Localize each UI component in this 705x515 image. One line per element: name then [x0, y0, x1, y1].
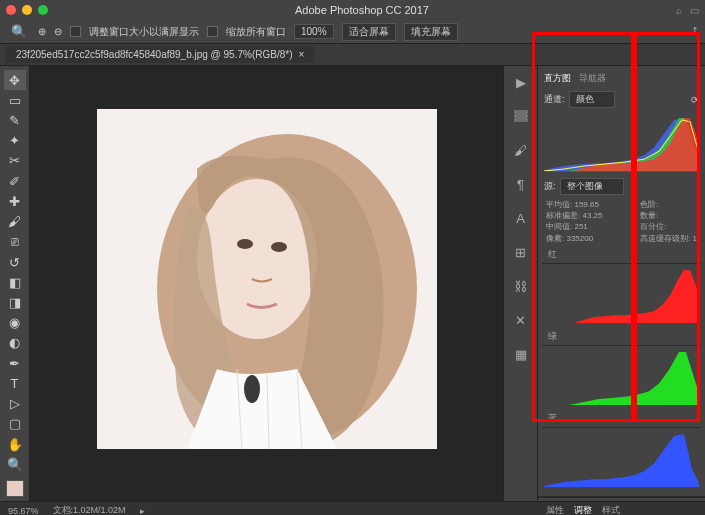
brush-tool[interactable]: 🖌 [4, 212, 26, 232]
paragraph-panel-icon[interactable]: A [511, 208, 531, 228]
eraser-tool[interactable]: ◧ [4, 272, 26, 292]
histogram-blue[interactable] [544, 432, 699, 488]
fit-all-checkbox[interactable] [207, 26, 218, 37]
panel-menu-icon[interactable]: ▭ [690, 5, 699, 16]
refresh-icon[interactable]: ⟳ [691, 95, 699, 105]
brush-panel-icon[interactable]: 🖌 [511, 140, 531, 160]
histogram-tab[interactable]: 直方图 [544, 72, 571, 85]
tool-palette: ✥ ▭ ✎ ✦ ✂ ✐ ✚ 🖌 ⎚ ↺ ◧ ◨ ◉ ◐ ✒ T ▷ ▢ ✋ 🔍 [0, 66, 30, 501]
pen-tool[interactable]: ✒ [4, 353, 26, 373]
svg-rect-8 [515, 119, 527, 121]
stamp-tool[interactable]: ⎚ [4, 232, 26, 252]
document-tab[interactable]: 23f205ed517cc2c5f9ad8fc45840af89_b.jpg @… [6, 46, 314, 63]
zoom-100-button[interactable]: 100% [294, 24, 334, 39]
app-title: Adobe Photoshop CC 2017 [48, 4, 676, 16]
character-panel-icon[interactable]: ¶ [511, 174, 531, 194]
marquee-tool[interactable]: ▭ [4, 90, 26, 110]
adjustments-tab[interactable]: 调整 [574, 504, 592, 515]
fit-all-label: 缩放所有窗口 [226, 25, 286, 39]
shape-tool[interactable]: ▢ [4, 414, 26, 434]
zoom-level[interactable]: 95.67% [8, 506, 39, 516]
dodge-tool[interactable]: ◐ [4, 333, 26, 353]
hand-tool[interactable]: ✋ [4, 434, 26, 454]
type-tool[interactable]: T [4, 373, 26, 393]
maximize-button[interactable] [38, 5, 48, 15]
resize-window-label: 调整窗口大小以满屏显示 [89, 25, 199, 39]
tab-close-icon[interactable]: × [298, 49, 304, 60]
svg-point-3 [237, 239, 253, 249]
navigator-tab[interactable]: 导航器 [579, 72, 606, 85]
document-image [97, 109, 437, 449]
pattern-icon[interactable]: ✕ [511, 310, 531, 330]
doc-size: 文档:1.02M/1.02M [53, 504, 126, 515]
source-label: 源: [544, 180, 556, 193]
history-brush-tool[interactable]: ↺ [4, 252, 26, 272]
properties-tab[interactable]: 属性 [546, 504, 564, 515]
library-icon[interactable]: ▦ [511, 344, 531, 364]
svg-rect-6 [515, 111, 527, 113]
source-dropdown[interactable]: 整个图像 [560, 178, 624, 195]
swatches-icon[interactable]: ⊞ [511, 242, 531, 262]
share-icon[interactable]: ⤴ [692, 26, 697, 37]
quick-select-tool[interactable]: ✦ [4, 131, 26, 151]
crop-tool[interactable]: ✂ [4, 151, 26, 171]
move-tool[interactable]: ✥ [4, 70, 26, 90]
blur-tool[interactable]: ◉ [4, 313, 26, 333]
right-panels: 直方图 导航器 通道: 颜色 ⟳ 源: 整个图像 [537, 66, 705, 501]
blue-channel-label: 蓝 [542, 410, 701, 428]
histogram-stats-right: 色阶: 数量: 百分位: 高速缓存级别: 1 [640, 199, 697, 244]
svg-point-5 [244, 375, 260, 403]
document-filename: 23f205ed517cc2c5f9ad8fc45840af89_b.jpg @… [16, 49, 292, 60]
healing-tool[interactable]: ✚ [4, 191, 26, 211]
status-caret-icon[interactable]: ▸ [140, 506, 145, 516]
resize-window-checkbox[interactable] [70, 26, 81, 37]
zoom-in-icon[interactable]: ⊕ [38, 26, 46, 37]
histogram-green[interactable] [544, 350, 699, 406]
gradient-tool[interactable]: ◨ [4, 292, 26, 312]
eyedropper-tool[interactable]: ✐ [4, 171, 26, 191]
options-bar: 🔍 ⊕ ⊖ 调整窗口大小以满屏显示 缩放所有窗口 100% 适合屏幕 填充屏幕 … [0, 20, 705, 44]
svg-point-4 [271, 242, 287, 252]
histogram-composite[interactable] [544, 114, 699, 172]
svg-marker-13 [544, 352, 699, 405]
minimize-button[interactable] [22, 5, 32, 15]
zoom-tool[interactable]: 🔍 [4, 454, 26, 474]
histogram-panel: 直方图 导航器 通道: 颜色 ⟳ 源: 整个图像 [538, 66, 705, 497]
green-channel-label: 绿 [542, 328, 701, 346]
channel-dropdown[interactable]: 颜色 [569, 91, 615, 108]
canvas[interactable] [30, 66, 503, 501]
history-icon[interactable] [511, 106, 531, 126]
zoom-tool-icon: 🔍 [8, 21, 30, 43]
collapsed-panel-strip: ▶ 🖌 ¶ A ⊞ ⛓ ✕ ▦ [503, 66, 537, 501]
fill-screen-button[interactable]: 填充屏幕 [404, 23, 458, 41]
svg-marker-12 [544, 270, 699, 323]
lasso-tool[interactable]: ✎ [4, 110, 26, 130]
path-select-tool[interactable]: ▷ [4, 394, 26, 414]
search-icon[interactable]: ⌕ [676, 5, 682, 16]
styles-tab[interactable]: 样式 [602, 504, 620, 515]
svg-marker-14 [544, 434, 699, 487]
histogram-red[interactable] [544, 268, 699, 324]
svg-rect-7 [515, 115, 527, 117]
zoom-out-icon[interactable]: ⊖ [54, 26, 62, 37]
channel-label: 通道: [544, 93, 565, 106]
play-icon[interactable]: ▶ [511, 72, 531, 92]
red-channel-label: 红 [542, 246, 701, 264]
link-icon[interactable]: ⛓ [511, 276, 531, 296]
fit-screen-button[interactable]: 适合屏幕 [342, 23, 396, 41]
close-button[interactable] [6, 5, 16, 15]
histogram-stats-left: 平均值: 159.65 标准偏差: 43.25 中间值: 251 像素: 335… [546, 199, 602, 244]
adjustments-panel: 属性 调整 样式 添加调整 [538, 497, 705, 515]
title-bar: Adobe Photoshop CC 2017 ⌕ ▭ [0, 0, 705, 20]
foreground-color-swatch[interactable] [6, 480, 24, 497]
window-controls [6, 5, 48, 15]
document-tab-bar: 23f205ed517cc2c5f9ad8fc45840af89_b.jpg @… [0, 44, 705, 66]
